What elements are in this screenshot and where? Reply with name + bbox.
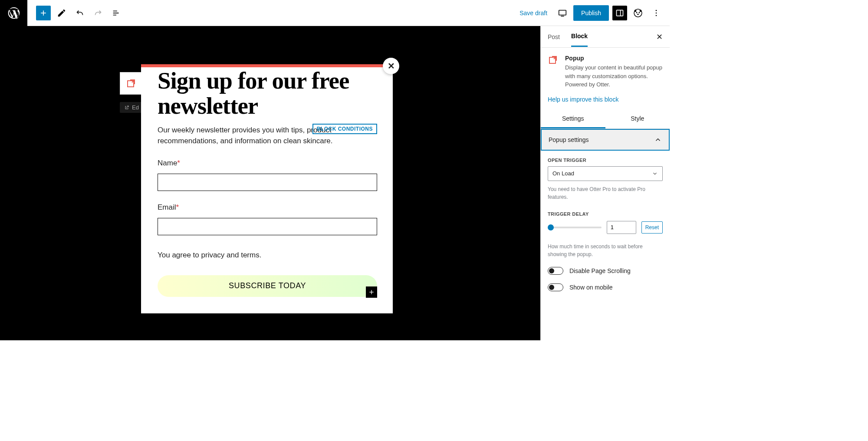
redo-icon [93,8,103,18]
close-sidebar-button[interactable]: ✕ [656,32,663,42]
block-title: Popup [565,55,663,62]
trigger-delay-input[interactable] [607,221,636,234]
undo-button[interactable] [72,6,87,20]
block-header: Popup Display your content in beautiful … [541,48,670,92]
open-trigger-hint: You need to have Otter Pro to activate P… [548,185,663,201]
redo-button[interactable] [91,6,105,20]
svg-rect-1 [617,10,623,16]
wordpress-icon [7,6,21,20]
kebab-icon [652,9,661,17]
panel-popup-settings[interactable]: Popup settings [541,129,670,151]
disable-scroll-label: Disable Page Scrolling [569,267,631,274]
chevron-down-icon [652,171,658,177]
open-trigger-value: On Load [552,170,574,177]
open-trigger-label: OPEN TRIGGER [548,158,663,163]
edit-tool-button[interactable] [54,6,69,20]
sidebar-tabs: Post Block ✕ [541,26,670,48]
popup-body: Sign up for our free newsletter BLOCK CO… [141,67,393,313]
subscribe-button[interactable]: SUBSCRIBE TODAY [158,275,377,297]
show-mobile-toggle[interactable] [548,283,563,291]
block-description: Display your content in beautiful popup … [565,63,663,89]
list-icon [112,8,121,18]
tab-block[interactable]: Block [571,26,588,47]
block-type-button[interactable] [120,72,142,94]
agree-text[interactable]: You agree to privacy and terms. [158,251,376,260]
add-inner-block-button[interactable] [366,286,377,298]
sidebar-subtabs: Settings Style [541,110,670,129]
sidebar-icon [615,9,624,17]
desktop-icon [558,8,567,18]
email-label: Email* [158,203,376,212]
popup-accent-bar [141,64,393,67]
wp-logo[interactable] [0,0,27,26]
trigger-delay-label: TRIGGER DELAY [548,211,663,217]
subtab-settings[interactable]: Settings [541,110,605,128]
settings-sidebar: Post Block ✕ Popup Display your content … [540,26,670,340]
otter-plugin-button[interactable] [631,6,645,20]
name-input[interactable] [158,174,377,191]
block-conditions-badge[interactable]: BLOCK CONDITIONS [312,124,377,134]
toolbar-right: Save draft Publish [515,5,670,21]
chevron-up-icon [654,136,662,144]
edit-pill-label: Ed [132,104,139,111]
popup-heading[interactable]: Sign up for our free newsletter [158,68,376,118]
svg-point-6 [636,12,638,13]
reset-button[interactable]: Reset [641,221,663,234]
svg-point-4 [635,10,637,12]
svg-point-10 [656,12,657,13]
toolbar-left [27,6,124,20]
popup-icon [126,78,136,89]
external-icon [124,105,129,110]
show-mobile-row: Show on mobile [548,283,663,291]
trigger-delay-slider[interactable] [548,227,602,228]
svg-point-8 [637,13,639,15]
plus-icon [368,289,375,296]
document-overview-button[interactable] [109,6,124,20]
svg-rect-0 [559,10,566,15]
edit-pill[interactable]: Ed [120,102,143,113]
disable-scroll-row: Disable Page Scrolling [548,267,663,275]
undo-icon [75,8,85,18]
editor-canvas[interactable]: Ed ✕ Sign up for our free newsletter BLO… [0,26,540,340]
pencil-icon [57,8,66,18]
save-draft-button[interactable]: Save draft [515,10,552,16]
svg-point-9 [656,10,657,11]
show-mobile-label: Show on mobile [569,284,613,291]
disable-scroll-toggle[interactable] [548,267,563,275]
trigger-delay-row: Reset [548,221,663,234]
email-input[interactable] [158,218,377,235]
popup-icon [548,55,559,89]
help-link[interactable]: Help us improve this block [541,92,670,110]
svg-point-5 [640,10,642,12]
name-label: Name* [158,159,376,168]
otter-icon [633,8,643,18]
panel-body: OPEN TRIGGER On Load You need to have Ot… [541,151,670,298]
editor-topbar: Save draft Publish [0,0,670,26]
settings-sidebar-toggle[interactable] [612,6,627,20]
plus-icon [39,9,48,17]
editor-main: Ed ✕ Sign up for our free newsletter BLO… [0,26,670,340]
tab-post[interactable]: Post [548,27,560,46]
add-block-button[interactable] [36,6,51,20]
subtab-style[interactable]: Style [605,110,670,128]
svg-point-11 [656,15,657,16]
publish-button[interactable]: Publish [573,5,609,21]
svg-point-7 [639,12,640,13]
panel-title: Popup settings [549,136,589,143]
popup-block[interactable]: ✕ Sign up for our free newsletter BLOCK … [141,64,393,313]
trigger-delay-hint: How much time in seconds to wait before … [548,243,663,258]
preview-button[interactable] [555,6,570,20]
open-trigger-select[interactable]: On Load [548,166,663,181]
options-button[interactable] [649,6,664,20]
